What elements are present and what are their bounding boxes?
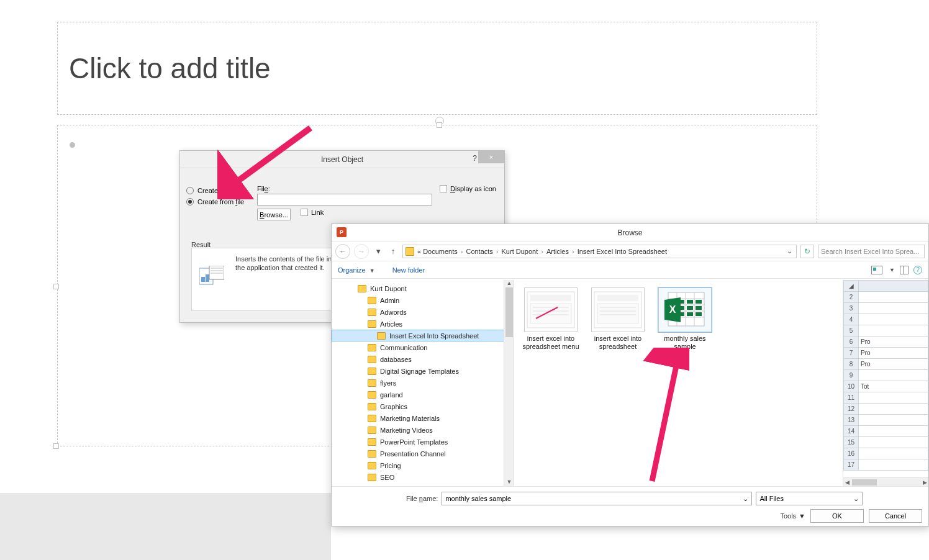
file-item[interactable]: Xmonthly sales sample <box>656 287 714 350</box>
tools-menu[interactable]: Tools ▼ <box>780 512 805 520</box>
scrollbar[interactable]: ◀ ▶ <box>843 477 928 486</box>
file-path-input[interactable] <box>257 194 432 205</box>
tree-item[interactable]: Insert Excel Into Spreadsheet <box>332 330 514 341</box>
resize-handle-icon[interactable] <box>437 122 442 128</box>
scroll-thumb[interactable] <box>852 479 877 485</box>
organize-menu[interactable]: Organize ▼ <box>338 266 375 274</box>
tree-item[interactable]: Articles <box>332 318 514 330</box>
cell[interactable]: Pro <box>859 336 928 348</box>
view-options-icon[interactable] <box>871 266 882 274</box>
link-checkbox[interactable]: Link <box>301 209 324 216</box>
new-folder-button[interactable]: New folder <box>392 266 425 274</box>
row-header[interactable]: 17 <box>844 459 859 471</box>
tree-item[interactable]: Pricing <box>332 459 514 471</box>
preview-pane-icon[interactable] <box>900 266 909 274</box>
row-header[interactable]: 13 <box>844 415 859 426</box>
up-button[interactable]: ↑ <box>387 246 399 257</box>
refresh-button[interactable]: ↻ <box>800 245 814 258</box>
tree-item[interactable]: Kurt Dupont <box>332 282 514 294</box>
row-header[interactable]: 12 <box>844 404 859 415</box>
display-as-icon-checkbox[interactable]: Display as icon <box>440 185 496 192</box>
cell[interactable] <box>859 415 928 426</box>
help-button[interactable]: ? <box>473 154 477 163</box>
cell[interactable] <box>859 325 928 336</box>
chevron-down-icon[interactable]: ▾ <box>373 246 384 257</box>
breadcrumb-part[interactable]: Kurt Dupont <box>502 248 538 255</box>
browse-button[interactable]: Browse... <box>257 209 291 220</box>
cell[interactable] <box>859 437 928 448</box>
row-header[interactable]: 11 <box>844 392 859 404</box>
cell[interactable]: Tot <box>859 381 928 392</box>
close-button[interactable]: × <box>478 151 504 163</box>
file-item[interactable]: insert excel into spreadsheet <box>589 287 647 350</box>
row-header[interactable]: 14 <box>844 426 859 437</box>
resize-handle-icon[interactable] <box>53 443 59 449</box>
tree-item[interactable]: flyers <box>332 377 514 389</box>
tree-item[interactable]: PowerPoint Templates <box>332 436 514 448</box>
tree-item[interactable]: Presentation Channel <box>332 448 514 459</box>
tree-item[interactable]: Digital Signage Templates <box>332 365 514 377</box>
cell[interactable] <box>859 314 928 325</box>
chevron-down-icon[interactable]: ⌄ <box>853 495 859 503</box>
chevron-down-icon[interactable]: ⌄ <box>785 247 794 255</box>
file-list[interactable]: insert excel into spreadsheet menuinsert… <box>514 280 843 486</box>
tree-item[interactable]: garland <box>332 389 514 400</box>
breadcrumb-part[interactable]: Insert Excel Into Spreadsheet <box>578 248 667 255</box>
tree-item[interactable]: SEO <box>332 471 514 483</box>
breadcrumb-part[interactable]: Contacts <box>466 248 492 255</box>
cell[interactable] <box>859 303 928 314</box>
cell[interactable]: Pro <box>859 359 928 370</box>
tree-item[interactable]: Marketing Videos <box>332 424 514 436</box>
scroll-down-icon[interactable]: ▼ <box>504 479 514 486</box>
help-icon[interactable]: ? <box>913 266 922 274</box>
scroll-up-icon[interactable]: ▲ <box>504 280 514 287</box>
file-name-input[interactable]: monthly sales sample ⌄ <box>442 492 752 505</box>
row-header[interactable]: 8 <box>844 359 859 370</box>
cell[interactable] <box>859 392 928 404</box>
row-header[interactable]: 15 <box>844 437 859 448</box>
tree-item[interactable]: databases <box>332 353 514 365</box>
cell[interactable] <box>859 426 928 437</box>
tree-item[interactable]: Communication <box>332 341 514 353</box>
tree-item[interactable]: Graphics <box>332 400 514 412</box>
slide-title-placeholder[interactable]: Click to add title <box>57 22 817 115</box>
radio-create-new[interactable]: Create new <box>186 185 244 196</box>
breadcrumb[interactable]: « Documents› Contacts› Kurt Dupont› Arti… <box>402 245 797 258</box>
forward-button[interactable]: → <box>354 244 369 259</box>
breadcrumb-part[interactable]: Documents <box>423 248 458 255</box>
cell[interactable]: Pro <box>859 348 928 359</box>
cell[interactable] <box>859 292 928 303</box>
cell[interactable] <box>859 404 928 415</box>
ok-button[interactable]: OK <box>810 509 864 523</box>
search-input[interactable]: Search Insert Excel Into Sprea... <box>818 245 925 258</box>
row-header[interactable]: 6 <box>844 336 859 348</box>
row-header[interactable]: 5 <box>844 325 859 336</box>
folder-tree[interactable]: Kurt DupontAdminAdwordsArticlesInsert Ex… <box>332 280 514 486</box>
breadcrumb-part[interactable]: Articles <box>546 248 569 255</box>
cell[interactable] <box>859 448 928 459</box>
row-header[interactable]: 10 <box>844 381 859 392</box>
back-button[interactable]: ← <box>335 244 350 259</box>
row-header[interactable]: 4 <box>844 314 859 325</box>
row-header[interactable]: 7 <box>844 348 859 359</box>
radio-create-from-file[interactable]: Create from file <box>186 196 244 207</box>
scroll-thumb[interactable] <box>505 287 513 337</box>
row-header[interactable]: 9 <box>844 370 859 381</box>
cell[interactable] <box>859 459 928 471</box>
scroll-left-icon[interactable]: ◀ <box>843 479 851 485</box>
tree-item[interactable]: Admin <box>332 294 514 306</box>
row-header[interactable]: 3 <box>844 303 859 314</box>
tree-item[interactable]: Marketing Materials <box>332 412 514 424</box>
resize-handle-icon[interactable] <box>53 284 59 289</box>
tree-item[interactable]: Adwords <box>332 306 514 318</box>
chevron-down-icon[interactable]: ▼ <box>889 267 895 273</box>
file-item[interactable]: insert excel into spreadsheet menu <box>522 287 580 350</box>
chevron-down-icon[interactable]: ⌄ <box>743 495 748 503</box>
row-header[interactable]: 2 <box>844 292 859 303</box>
cancel-button[interactable]: Cancel <box>869 509 922 523</box>
cell[interactable] <box>859 370 928 381</box>
dialog-titlebar[interactable]: P Browse <box>332 224 928 242</box>
row-header[interactable]: 16 <box>844 448 859 459</box>
scroll-right-icon[interactable]: ▶ <box>921 479 928 485</box>
scrollbar[interactable]: ▲ ▼ <box>504 280 514 486</box>
